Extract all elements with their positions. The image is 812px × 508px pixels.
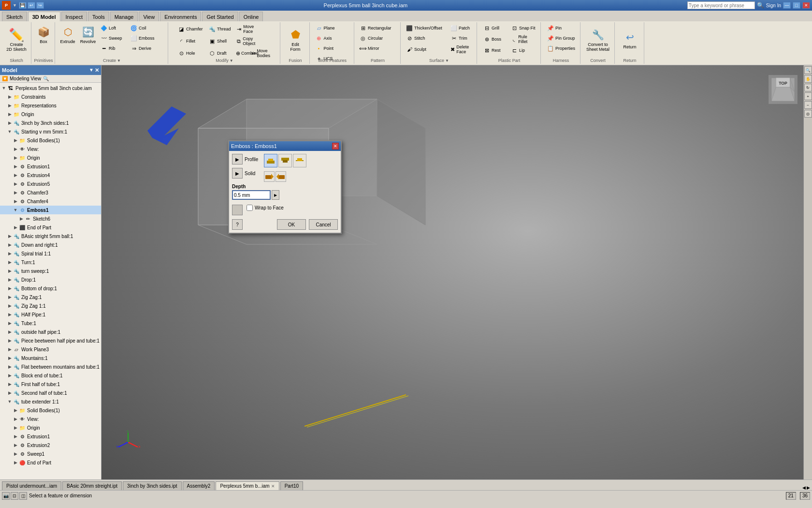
boss-btn[interactable]: ⊛ Boss (481, 33, 508, 45)
status-icon-1[interactable]: 📷 (2, 492, 10, 500)
orbit-btn[interactable]: ↻ (804, 84, 812, 91)
tab-online[interactable]: Online (239, 12, 263, 21)
emboss-help-btn[interactable]: ? (232, 219, 243, 230)
tree-expand-spiral[interactable]: ▶ (7, 251, 13, 256)
tree-item-zigzag1[interactable]: ▶🔩Zig Zag:1 (0, 293, 101, 301)
rectangular-btn[interactable]: ⊞ Rectangular (357, 23, 398, 33)
tree-expand-basic_straight[interactable]: ▶ (7, 233, 13, 239)
tree-item-mountains1[interactable]: ▶🔩Mountains:1 (0, 354, 101, 362)
tree-expand-tube1[interactable]: ▶ (7, 320, 13, 326)
tree-item-second_half[interactable]: ▶🔩Second half of tube:1 (0, 388, 101, 397)
tree-expand-chamfer4[interactable]: ▶ (13, 198, 18, 204)
loft-btn[interactable]: 🔷 Loft (98, 23, 127, 33)
view-selector[interactable]: Modeling View (10, 76, 41, 81)
emboss-cancel-btn[interactable]: Cancel (309, 219, 338, 230)
view-compass[interactable]: TOP (768, 75, 798, 104)
fillet-btn[interactable]: ◜ Fillet (175, 35, 205, 47)
edit-form-btn[interactable]: ⬟ EditForm (283, 26, 307, 53)
tree-item-bottom_drop[interactable]: ▶🔩Bottom of drop:1 (0, 284, 101, 293)
tree-item-root[interactable]: ▼🏗Perplexus 5mm ball 3inch cube.iam (0, 84, 101, 92)
engrave-from-face-btn[interactable] (278, 154, 292, 167)
tree-expand-drop1[interactable]: ▶ (7, 277, 13, 283)
tree-expand-first_half[interactable]: ▶ (7, 381, 13, 387)
plane-btn[interactable]: ▱ Plane (313, 23, 352, 33)
tree-expand-solid_bodies2[interactable]: ▶ (13, 407, 18, 413)
delete-face-btn[interactable]: ✖ Delete Face (448, 44, 475, 55)
tree-expand-block_end[interactable]: ▶ (7, 373, 13, 378)
emboss-preview-rect[interactable] (232, 205, 243, 215)
tree-item-drop1[interactable]: ▶🔩Drop:1 (0, 275, 101, 284)
tab-perplexus[interactable]: Perplexus 5mm b...iam ✕ (216, 481, 279, 490)
tab-getstarted[interactable]: Get Started (202, 12, 238, 21)
tree-item-chamfer4[interactable]: ▶⚙Chamfer4 (0, 197, 101, 206)
stitch-btn[interactable]: ⊘ Stitch (404, 33, 447, 43)
quick-undo[interactable]: ↩ (28, 2, 35, 9)
create-2d-sketch-btn[interactable]: ✏️ Create2D Sketch (4, 26, 29, 53)
convert-sheet-metal-btn[interactable]: 🔧 Convert toSheet Metal (583, 26, 612, 53)
tree-item-origin3[interactable]: ▶📁Origin (0, 423, 101, 432)
tab-inspect[interactable]: Inspect (61, 12, 87, 21)
tree-item-starting[interactable]: ▼🔩Starting v mm 5mm:1 (0, 127, 101, 136)
search-icon[interactable]: 🔍 (757, 2, 764, 9)
tab-basic20[interactable]: BAsic 20mm streight.ipt (62, 481, 122, 490)
tab-3inch[interactable]: 3inch by 3inch sides.ipt (123, 481, 181, 490)
trim-btn[interactable]: ✂ Trim (448, 33, 475, 43)
tree-expand-flat_between[interactable]: ▶ (7, 364, 13, 370)
tree-item-outside_half[interactable]: ▶🔩outside half pipe:1 (0, 328, 101, 336)
tree-item-down_right[interactable]: ▶🔩Down and right:1 (0, 240, 101, 249)
thicken-offset-btn[interactable]: ⬛ Thicken/Offset (404, 23, 447, 33)
tree-expand-mountains1[interactable]: ▶ (7, 355, 13, 361)
tree-item-solid_bodies1[interactable]: ▶📁Solid Bodies(1) (0, 136, 101, 145)
tree-expand-extrusion4[interactable]: ▶ (13, 172, 18, 178)
emboss-profile-select-btn[interactable]: ▶ (232, 154, 243, 164)
tab-manage[interactable]: Manage (110, 12, 138, 21)
lip-btn[interactable]: ⊏ Lip (508, 45, 537, 55)
tree-expand-zigzag2[interactable]: ▶ (7, 303, 13, 309)
tree-item-end_of_part2[interactable]: ▶🔴End of Part (0, 458, 101, 467)
shell-btn[interactable]: ▣ Shell (206, 35, 233, 47)
tree-item-3inch[interactable]: ▶🔩3inch by 3inch sides:1 (0, 119, 101, 127)
coil-btn[interactable]: 🌀 Coil (128, 23, 157, 33)
circular-btn[interactable]: ◎ Circular (357, 33, 398, 43)
tree-expand-piece_between[interactable]: ▶ (7, 338, 13, 344)
tree-item-tube_extender[interactable]: ▼🔩tube extender 1:1 (0, 397, 101, 406)
quick-save[interactable]: 💾 (19, 2, 27, 9)
tree-item-first_half[interactable]: ▶🔩First half of tube:1 (0, 380, 101, 388)
emboss-solid-select-btn[interactable]: ▶ (232, 168, 243, 179)
sweep-btn[interactable]: 〰 Sweep (98, 33, 127, 43)
tree-expand-emboss1[interactable]: ▼ (13, 207, 18, 213)
tree-item-representations[interactable]: ▶📁Representations (0, 101, 101, 110)
model-filter-icon[interactable]: ▼ (89, 67, 94, 74)
rib-btn[interactable]: ━ Rib (98, 44, 127, 53)
tree-item-work_plane3[interactable]: ▶▱Work Plane3 (0, 345, 101, 354)
tree-expand-sweep_t1[interactable]: ▶ (13, 451, 18, 457)
tab-3dmodel[interactable]: 3D Model (28, 12, 60, 21)
minimize-btn[interactable]: — (783, 2, 791, 9)
tree-item-view1[interactable]: ▶👁View: (0, 145, 101, 153)
tree-expand-representations[interactable]: ▶ (7, 103, 13, 108)
tree-item-emboss1[interactable]: ▼⚙Emboss1 (0, 206, 101, 214)
tree-expand-origin[interactable]: ▶ (7, 111, 13, 117)
copy-object-btn[interactable]: ⧉ Copy Object (234, 35, 263, 47)
tree-expand-half_pipe[interactable]: ▶ (7, 312, 13, 317)
tree-item-sweep_t1[interactable]: ▶⚙Sweep1 (0, 449, 101, 458)
model-search-icon[interactable]: 🔍 (43, 76, 49, 81)
tree-expand-chamfer3[interactable]: ▶ (13, 190, 18, 195)
tree-item-tube1[interactable]: ▶🔩Tube:1 (0, 319, 101, 328)
tree-expand-outside_half[interactable]: ▶ (7, 329, 13, 335)
tab-view[interactable]: View (139, 12, 159, 21)
tree-item-view2[interactable]: ▶👁View: (0, 415, 101, 423)
close-btn[interactable]: ✕ (802, 2, 810, 9)
pin-btn[interactable]: 📌 Pin (545, 23, 577, 33)
tree-item-zigzag2[interactable]: ▶🔩Zig Zag 1:1 (0, 301, 101, 310)
tree-expand-zigzag1[interactable]: ▶ (7, 294, 13, 300)
tree-item-extrusion_t1[interactable]: ▶⚙Extrusion1 (0, 432, 101, 441)
status-icon-3[interactable]: ◫ (19, 492, 27, 500)
tree-expand-end_of_part2[interactable]: ▶ (13, 460, 18, 465)
rule-fillet-btn[interactable]: ◟ Rule Fillet (508, 33, 537, 45)
tab-tools[interactable]: Tools (88, 12, 109, 21)
rest-btn[interactable]: ⊠ Rest (481, 45, 508, 55)
tree-expand-extrusion1[interactable]: ▶ (13, 164, 18, 169)
tree-item-origin2[interactable]: ▶📁Origin (0, 153, 101, 162)
patch-btn[interactable]: ⬜ Patch (448, 23, 475, 33)
